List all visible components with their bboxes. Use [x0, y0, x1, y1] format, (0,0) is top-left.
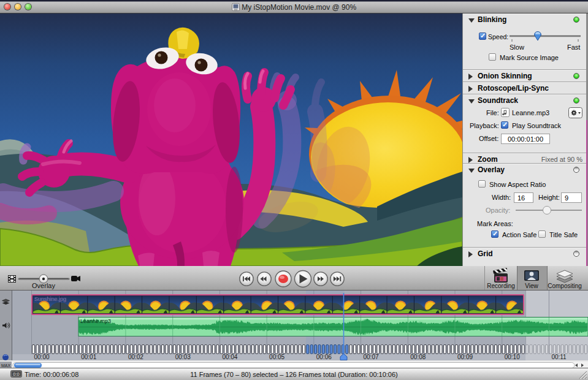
svg-text:00:07: 00:07 [364, 354, 379, 360]
svg-text:Overlay: Overlay [32, 282, 55, 289]
svg-text:View: View [525, 283, 538, 289]
svg-text:Leanne.mp3: Leanne.mp3 [80, 318, 111, 324]
svg-text:00:11: 00:11 [551, 354, 567, 360]
svg-text:00:02: 00:02 [128, 354, 143, 360]
svg-text:00:04: 00:04 [222, 354, 237, 360]
svg-text:MAX: MAX [1, 363, 11, 368]
svg-text:00:10: 00:10 [505, 354, 520, 360]
svg-text:00:05: 00:05 [269, 354, 284, 360]
svg-text:00:01: 00:01 [81, 354, 96, 360]
svg-text:00:00: 00:00 [34, 354, 50, 360]
svg-text:00:06: 00:06 [316, 354, 332, 360]
svg-text:Compositing: Compositing [548, 283, 582, 289]
svg-text:00:03: 00:03 [175, 354, 191, 360]
svg-text:00:08: 00:08 [410, 354, 426, 360]
svg-text:Sunshine.jpg: Sunshine.jpg [34, 296, 66, 302]
svg-text:00:09: 00:09 [457, 354, 473, 360]
svg-text:Recording: Recording [487, 283, 515, 289]
